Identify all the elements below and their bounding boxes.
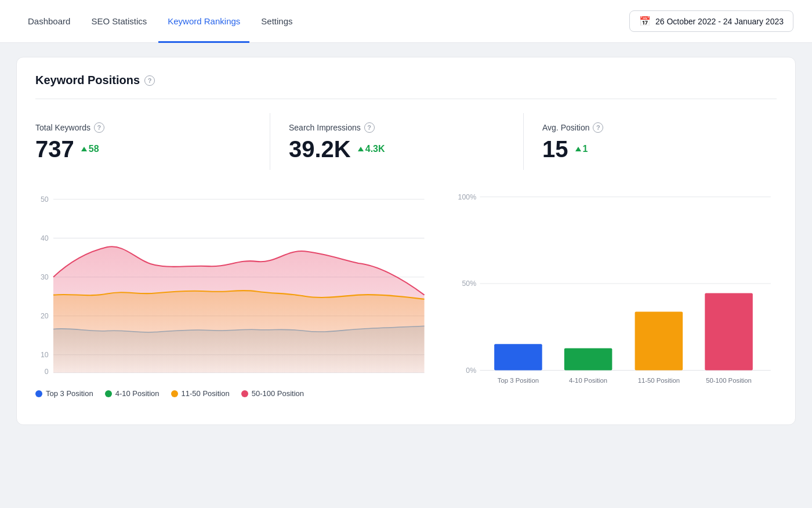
svg-text:Jan '23: Jan '23 — [318, 379, 340, 380]
tab-keyword-rankings[interactable]: Keyword Rankings — [158, 1, 249, 43]
main-content: Keyword Positions ? Total Keywords ? 737 — [0, 43, 812, 439]
help-icon[interactable]: ? — [144, 75, 155, 86]
svg-text:40: 40 — [41, 234, 49, 242]
bar-11-50 — [635, 312, 683, 371]
svg-text:10: 10 — [41, 351, 49, 359]
svg-text:20 Nov: 20 Nov — [151, 379, 172, 380]
stat-change-impressions: 4.3K — [358, 144, 385, 154]
svg-text:Dec '22: Dec '22 — [204, 379, 226, 380]
arrow-up-icon — [358, 147, 364, 151]
bar-chart-container: 100% 50% 0% — [454, 188, 777, 406]
app-container: Dashboard SEO Statistics Keyword Ranking… — [0, 0, 812, 508]
svg-text:10 Nov: 10 Nov — [97, 379, 118, 380]
legend-item-top3: Top 3 Position — [35, 389, 93, 398]
tab-settings[interactable]: Settings — [252, 1, 302, 43]
stats-row: Total Keywords ? 737 58 Search Impress — [35, 113, 777, 170]
nav-tabs: Dashboard SEO Statistics Keyword Ranking… — [19, 0, 302, 42]
top-nav: Dashboard SEO Statistics Keyword Ranking… — [0, 0, 812, 43]
stat-change-position: 1 — [575, 144, 588, 154]
stat-label-position: Avg. Position ? — [542, 122, 763, 133]
chart-legend: Top 3 Position 4-10 Position 11-50 Posit… — [35, 389, 430, 398]
svg-text:0: 0 — [45, 368, 49, 376]
legend-dot-50-100 — [241, 390, 248, 397]
legend-dot-top3 — [35, 390, 42, 397]
stat-value-keywords: 737 — [35, 137, 74, 161]
line-chart: 50 40 30 20 10 0 — [35, 188, 430, 380]
bar-50-100 — [705, 293, 753, 371]
stat-value-impressions: 39.2K — [289, 137, 351, 161]
bar-4-10 — [564, 348, 612, 370]
gray-area — [53, 326, 425, 372]
stat-label-keywords: Total Keywords ? — [35, 122, 256, 133]
tab-seo-statistics[interactable]: SEO Statistics — [82, 1, 156, 43]
arrow-up-icon — [575, 147, 581, 151]
bar-top3 — [494, 344, 542, 370]
stat-label-impressions: Search Impressions ? — [289, 122, 509, 133]
charts-row: 50 40 30 20 10 0 — [35, 188, 777, 406]
stat-total-keywords: Total Keywords ? 737 58 — [35, 113, 270, 170]
svg-text:100%: 100% — [458, 193, 476, 201]
svg-text:0%: 0% — [466, 367, 476, 375]
calendar-icon: 📅 — [639, 16, 651, 27]
stat-change-keywords: 58 — [81, 144, 99, 154]
svg-text:50-100 Position: 50-100 Position — [706, 377, 752, 384]
arrow-up-icon — [81, 147, 87, 151]
svg-text:20 Dec: 20 Dec — [264, 379, 285, 380]
bar-chart: 100% 50% 0% — [454, 188, 777, 404]
legend-dot-4-10 — [105, 390, 112, 397]
card-title-row: Keyword Positions ? — [35, 74, 777, 99]
svg-text:Top 3 Position: Top 3 Position — [498, 377, 539, 384]
card-title: Keyword Positions — [35, 74, 140, 87]
stat-search-impressions: Search Impressions ? 39.2K 4.3K — [270, 113, 524, 170]
legend-item-50-100: 50-100 Position — [241, 389, 304, 398]
legend-item-11-50: 11-50 Position — [171, 389, 230, 398]
tab-dashboard[interactable]: Dashboard — [19, 1, 79, 43]
stat-value-position: 15 — [542, 137, 568, 161]
svg-text:11-50 Position: 11-50 Position — [638, 377, 680, 384]
svg-text:50%: 50% — [462, 280, 476, 288]
svg-text:50: 50 — [41, 195, 49, 204]
help-icon-impressions[interactable]: ? — [364, 122, 375, 133]
svg-text:Oct '22: Oct '22 — [42, 379, 64, 380]
svg-text:20 Jan: 20 Jan — [385, 379, 404, 380]
svg-text:20: 20 — [41, 312, 49, 320]
date-range-button[interactable]: 📅 26 October 2022 - 24 January 2023 — [629, 10, 793, 32]
legend-dot-11-50 — [171, 390, 178, 397]
svg-text:30: 30 — [41, 273, 49, 281]
keyword-positions-card: Keyword Positions ? Total Keywords ? 737 — [16, 57, 796, 425]
line-chart-container: 50 40 30 20 10 0 — [35, 188, 430, 398]
help-icon-keywords[interactable]: ? — [94, 122, 104, 133]
help-icon-position[interactable]: ? — [593, 122, 603, 133]
stat-avg-position: Avg. Position ? 15 1 — [524, 113, 777, 170]
svg-text:4-10 Position: 4-10 Position — [569, 377, 607, 384]
legend-item-4-10: 4-10 Position — [105, 389, 160, 398]
